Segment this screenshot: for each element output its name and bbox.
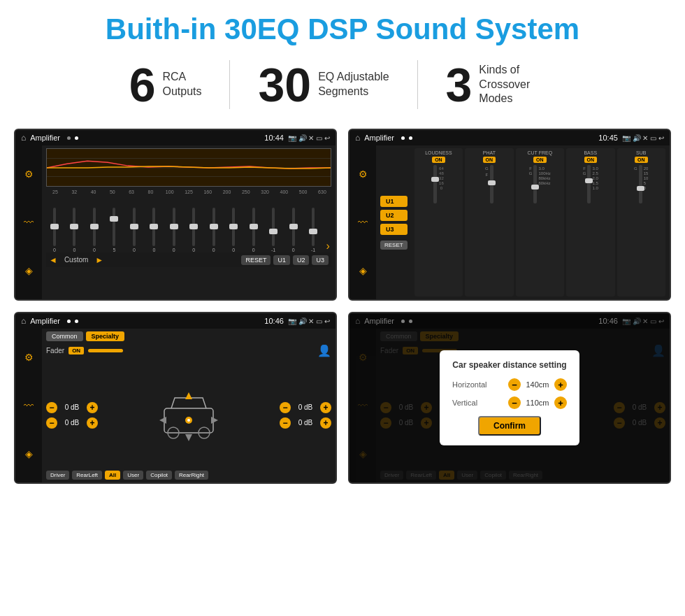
fader-dot1	[67, 320, 71, 323]
fader-rearright-btn[interactable]: RearRight	[175, 471, 208, 480]
stat-text-crossover: Kinds of Crossover Modes	[479, 63, 556, 106]
eq-u1-btn[interactable]: U1	[273, 255, 290, 265]
fader-plus-br[interactable]: +	[320, 417, 331, 429]
xover-ch-bass-label: BASS	[584, 150, 597, 155]
dialog-vertical-label: Vertical	[452, 399, 477, 407]
fader-plus-bl[interactable]: +	[87, 417, 98, 429]
eq-slider-12[interactable]: 0	[287, 208, 301, 252]
eq-u3-btn[interactable]: U3	[312, 255, 329, 265]
eq-bottom-bar: ◄ Custom ► RESET U1 U2 U3	[46, 252, 331, 267]
xover-ch-phat-on[interactable]: ON	[483, 157, 496, 163]
fader-on-badge[interactable]: ON	[68, 347, 84, 354]
xover-ch-bass-on[interactable]: ON	[584, 157, 598, 163]
dialog-vertical-plus[interactable]: +	[554, 396, 567, 409]
fader-icon-1[interactable]: ⚙	[24, 352, 34, 363]
eq-reset-btn[interactable]: RESET	[241, 255, 271, 265]
eq-prev-btn[interactable]: ◄	[49, 255, 57, 265]
fader-tab-common[interactable]: Common	[46, 331, 83, 341]
fader-sidebar: ⚙ 〰 ◈	[15, 329, 42, 482]
fader-val-tl: 0 dB	[60, 403, 84, 411]
fader-tabs-row: Common Specialty	[46, 331, 331, 341]
xover-u3-btn[interactable]: U3	[380, 224, 408, 235]
eq-slider-5[interactable]: 0	[147, 208, 161, 252]
xover-status-bar: ⌂ Amplifier 10:45 📷 🔊 ✕ ▭ ↩	[349, 130, 670, 145]
eq-slider-11[interactable]: -1	[266, 208, 280, 252]
xover-icon-3[interactable]: ◈	[359, 265, 367, 276]
stats-row: 6 RCA Outputs 30 EQ Adjustable Segments …	[0, 53, 685, 122]
fader-right-controls: − 0 dB + − 0 dB +	[280, 361, 331, 468]
stat-number-crossover: 3	[446, 61, 473, 108]
fader-minus-br[interactable]: −	[280, 417, 291, 429]
eq-home-icon[interactable]: ⌂	[21, 133, 26, 143]
fader-plus-tl[interactable]: +	[87, 402, 98, 413]
eq-slider-7[interactable]: 0	[187, 208, 201, 252]
eq-icon-1[interactable]: ⚙	[24, 169, 34, 180]
fader-icon-3[interactable]: ◈	[25, 448, 33, 459]
fader-tab-specialty[interactable]: Specialty	[86, 331, 125, 341]
eq-slider-6[interactable]: 0	[167, 208, 181, 252]
dialog-horizontal-minus[interactable]: −	[508, 378, 521, 391]
xover-ch-sub-on[interactable]: ON	[635, 157, 648, 163]
fader-slider-h[interactable]	[88, 349, 123, 352]
xover-status-icons: 📷 🔊 ✕ ▭ ↩	[622, 134, 664, 142]
eq-slider-2[interactable]: 0	[87, 208, 101, 252]
stat-text-eq: EQ Adjustable Segments	[318, 70, 389, 99]
fader-status-icons: 📷 🔊 ✕ ▭ ↩	[288, 317, 330, 325]
screenshot-crossover: ⌂ Amplifier 10:45 📷 🔊 ✕ ▭ ↩ ⚙ 〰 ◈ U1 U2	[348, 129, 671, 301]
xover-home-icon[interactable]: ⌂	[355, 133, 360, 143]
dialog-horizontal-plus[interactable]: +	[554, 378, 567, 391]
eq-icon-2[interactable]: 〰	[24, 217, 34, 228]
eq-icon-3[interactable]: ◈	[25, 265, 33, 276]
stat-eq: 30 EQ Adjustable Segments	[230, 61, 417, 108]
eq-play-btn[interactable]: ►	[95, 255, 103, 265]
xover-ch-sub-label: SUB	[636, 150, 646, 155]
fader-rearleft-btn[interactable]: RearLeft	[72, 471, 102, 480]
eq-arrow-right[interactable]: ›	[326, 240, 330, 252]
eq-slider-8[interactable]: 0	[207, 208, 221, 252]
xover-u1-btn[interactable]: U1	[380, 196, 408, 207]
eq-graph	[46, 148, 331, 187]
dialog-confirm-button[interactable]: Confirm	[478, 416, 541, 436]
xover-ch-cutfreq-on[interactable]: ON	[533, 157, 547, 163]
xover-icon-2[interactable]: 〰	[358, 217, 368, 228]
fader-minus-tl[interactable]: −	[46, 402, 57, 413]
fader-driver-btn[interactable]: Driver	[46, 471, 69, 480]
fader-ctrl-bl: − 0 dB +	[46, 417, 98, 429]
freq-32: 32	[66, 189, 82, 194]
fader-icon-2[interactable]: 〰	[24, 400, 34, 411]
fader-user-btn[interactable]: User	[123, 471, 143, 480]
fader-all-btn[interactable]: All	[105, 471, 120, 480]
freq-40: 40	[86, 189, 101, 194]
xover-sidebar: ⚙ 〰 ◈	[349, 145, 376, 299]
eq-slider-10[interactable]: 0	[247, 208, 261, 252]
fader-home-icon[interactable]: ⌂	[21, 316, 26, 326]
eq-status-icons: 📷 🔊 ✕ ▭ ↩	[288, 134, 330, 142]
eq-u2-btn[interactable]: U2	[293, 255, 310, 265]
fader-minus-tr[interactable]: −	[280, 402, 291, 413]
eq-sidebar: ⚙ 〰 ◈	[15, 145, 42, 299]
eq-slider-0[interactable]: 0	[48, 208, 62, 252]
freq-50: 50	[105, 189, 120, 194]
xover-ch-loudness-on[interactable]: ON	[432, 157, 445, 163]
fader-header-row: Fader ON 👤	[46, 344, 331, 357]
xover-u2-btn[interactable]: U2	[380, 210, 408, 221]
eq-slider-13[interactable]: -1	[306, 208, 320, 252]
eq-slider-1[interactable]: 0	[67, 208, 81, 252]
eq-preset-label: Custom	[60, 255, 92, 265]
xover-ch-loudness-label: LOUDNESS	[425, 150, 452, 155]
eq-slider-4[interactable]: 0	[127, 208, 141, 252]
dialog-vertical-ctrl: − 110cm +	[508, 396, 567, 409]
xover-reset-btn[interactable]: RESET	[380, 241, 408, 250]
fader-minus-bl[interactable]: −	[46, 417, 57, 429]
screenshots-grid: ⌂ Amplifier 10:44 📷 🔊 ✕ ▭ ↩ ⚙ 〰 ◈	[0, 122, 685, 498]
fader-val-br: 0 dB	[294, 419, 317, 427]
freq-200: 200	[219, 189, 235, 194]
fader-copilot-btn[interactable]: Copilot	[146, 471, 172, 480]
eq-slider-9[interactable]: 0	[226, 208, 240, 252]
eq-sliders-area: 0 0 0 5 0	[46, 196, 331, 252]
eq-slider-3[interactable]: 5	[107, 208, 121, 252]
fader-plus-tr[interactable]: +	[320, 402, 331, 413]
dialog-vertical-minus[interactable]: −	[508, 396, 521, 409]
freq-250: 250	[238, 189, 254, 194]
xover-icon-1[interactable]: ⚙	[359, 169, 368, 180]
